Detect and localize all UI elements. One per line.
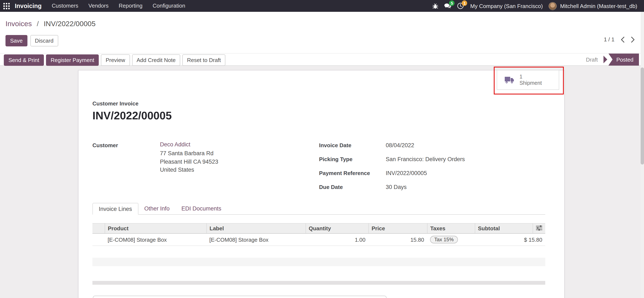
- main-menus: Customers Vendors Reporting Configuratio…: [47, 0, 190, 12]
- invoice-form-sheet: 1 Shipment Customer Invoice INV/2022/000…: [78, 70, 565, 298]
- due-date-link[interactable]: 30 Days: [386, 183, 406, 191]
- tab-edi-documents[interactable]: EDI Documents: [176, 203, 227, 214]
- customer-label: Customer: [92, 141, 160, 174]
- preview-button[interactable]: Preview: [101, 54, 130, 66]
- menu-reporting[interactable]: Reporting: [114, 0, 148, 12]
- navbar-systray: 5 1 My Company (San Francisco) Mitchell …: [429, 0, 644, 12]
- user-menu[interactable]: Mitchell Admin (Master-test_db): [557, 3, 640, 9]
- optional-columns-button[interactable]: [532, 223, 545, 234]
- payment-reference-value[interactable]: INV/2022/00005: [386, 169, 427, 177]
- row-handle-cell: [92, 234, 105, 246]
- terms-input-box[interactable]: [93, 296, 386, 298]
- menu-vendors[interactable]: Vendors: [83, 0, 114, 12]
- cell-product[interactable]: [E-COM08] Storage Box: [105, 234, 206, 246]
- handle-column-header: [92, 223, 105, 234]
- add-credit-note-button[interactable]: Add Credit Note: [132, 54, 180, 66]
- field-invoice-date: Invoice Date 08/04/2022: [319, 141, 465, 149]
- bug-icon: [432, 3, 438, 9]
- column-header-taxes[interactable]: Taxes: [427, 223, 475, 234]
- cell-subtotal[interactable]: $ 15.80: [475, 234, 545, 246]
- customer-address-line-3: United States: [160, 166, 218, 174]
- truck-icon: [504, 76, 514, 84]
- state-draft[interactable]: Draft: [586, 56, 603, 63]
- notebook-tabs: Invoice Lines Other Info EDI Documents: [92, 203, 545, 215]
- column-header-label[interactable]: Label: [206, 223, 306, 234]
- content-area: 1 Shipment Customer Invoice INV/2022/000…: [0, 66, 644, 298]
- document-type-label: Customer Invoice: [92, 100, 138, 107]
- shipment-smart-button[interactable]: 1 Shipment: [497, 70, 559, 90]
- customer-link[interactable]: Deco Addict: [160, 141, 218, 148]
- activities-count-badge: 1: [462, 0, 468, 6]
- due-date-label: Due Date: [319, 183, 386, 191]
- discard-button[interactable]: Discard: [30, 35, 58, 46]
- scrollbar-thumb[interactable]: [640, 67, 644, 165]
- column-header-price[interactable]: Price: [368, 223, 427, 234]
- invoice-number-title: INV/2022/00005: [92, 109, 172, 122]
- send-and-print-button[interactable]: Send & Print: [4, 54, 44, 66]
- state-posted[interactable]: Posted: [608, 53, 639, 66]
- customer-field-group: Customer Deco Addict 77 Santa Barbara Rd…: [92, 141, 218, 174]
- screen: Invoicing Customers Vendors Reporting Co…: [0, 0, 644, 298]
- apps-menu-button[interactable]: [0, 0, 13, 12]
- column-header-subtotal[interactable]: Subtotal: [475, 223, 532, 234]
- breadcrumb: Invoices / INV/2022/00005: [6, 20, 96, 28]
- status-widget: Draft Posted: [586, 53, 639, 65]
- field-due-date: Due Date 30 Days: [319, 183, 465, 191]
- shipment-label: Shipment: [520, 80, 542, 86]
- pager-value[interactable]: 1 / 1: [604, 36, 614, 43]
- invoice-date-label: Invoice Date: [319, 141, 386, 149]
- cell-taxes[interactable]: Tax 15%: [427, 234, 475, 246]
- top-navbar: Invoicing Customers Vendors Reporting Co…: [0, 0, 644, 12]
- totals-placeholder-band: [92, 258, 545, 266]
- tab-other-info[interactable]: Other Info: [138, 203, 176, 214]
- activities-menu-button[interactable]: 1: [454, 0, 467, 12]
- menu-customers[interactable]: Customers: [47, 0, 83, 12]
- divider-band: [92, 281, 545, 285]
- save-button[interactable]: Save: [6, 35, 27, 46]
- breadcrumb-invoices-link[interactable]: Invoices: [6, 20, 32, 28]
- company-switcher[interactable]: My Company (San Francisco): [467, 3, 546, 9]
- invoice-lines-table: Product Label Quantity Price Taxes Subto…: [92, 223, 545, 246]
- state-arrow-icon: [603, 56, 607, 63]
- invoice-date-value[interactable]: 08/04/2022: [386, 141, 414, 149]
- control-panel: Invoices / INV/2022/00005 Save Discard 1…: [0, 12, 644, 53]
- invoice-detail-fields: Invoice Date 08/04/2022 Picking Type San…: [319, 141, 465, 197]
- chevron-left-icon: [621, 36, 624, 42]
- table-header-row: Product Label Quantity Price Taxes Subto…: [92, 223, 545, 234]
- statusbar-buttons: Send & Print Register Payment Preview Ad…: [4, 54, 226, 66]
- messages-count-badge: 5: [449, 0, 455, 6]
- reset-to-draft-button[interactable]: Reset to Draft: [182, 54, 225, 66]
- breadcrumb-current: INV/2022/00005: [44, 20, 96, 28]
- sliders-icon: [536, 225, 542, 231]
- column-header-quantity[interactable]: Quantity: [306, 223, 368, 234]
- chevron-right-icon: [631, 36, 635, 42]
- invoice-line-row[interactable]: [E-COM08] Storage Box [E-COM08] Storage …: [92, 234, 545, 246]
- breadcrumb-separator: /: [37, 20, 38, 28]
- statusbar: Send & Print Register Payment Preview Ad…: [0, 53, 644, 66]
- cell-quantity[interactable]: 1.00: [306, 234, 368, 246]
- register-payment-button[interactable]: Register Payment: [46, 54, 99, 66]
- cell-label[interactable]: [E-COM08] Storage Box: [206, 234, 306, 246]
- tax-badge[interactable]: Tax 15%: [430, 236, 458, 243]
- cell-price[interactable]: 15.80: [368, 234, 427, 246]
- pager-previous-button[interactable]: [621, 36, 624, 42]
- app-name[interactable]: Invoicing: [15, 2, 42, 9]
- record-action-buttons: Save Discard: [6, 35, 58, 46]
- field-picking-type: Picking Type San Francisco: Delivery Ord…: [319, 155, 465, 163]
- customer-address-line-1: 77 Santa Barbara Rd: [160, 149, 218, 158]
- shipment-count: 1: [520, 74, 542, 80]
- apps-grid-icon: [3, 3, 10, 9]
- messages-menu-button[interactable]: 5: [442, 0, 454, 12]
- customer-address-line-2: Pleasant Hill CA 94523: [160, 158, 218, 166]
- user-avatar[interactable]: [548, 2, 557, 10]
- shipment-button-text: 1 Shipment: [520, 74, 542, 86]
- column-header-product[interactable]: Product: [105, 223, 206, 234]
- picking-type-label: Picking Type: [319, 155, 386, 163]
- debug-menu-button[interactable]: [429, 0, 442, 12]
- pager-next-button[interactable]: [631, 36, 635, 42]
- payment-reference-label: Payment Reference: [319, 169, 386, 177]
- tab-invoice-lines[interactable]: Invoice Lines: [92, 203, 138, 215]
- picking-type-link[interactable]: San Francisco: Delivery Orders: [386, 155, 465, 163]
- customer-value: Deco Addict 77 Santa Barbara Rd Pleasant…: [160, 141, 218, 174]
- menu-configuration[interactable]: Configuration: [148, 0, 190, 12]
